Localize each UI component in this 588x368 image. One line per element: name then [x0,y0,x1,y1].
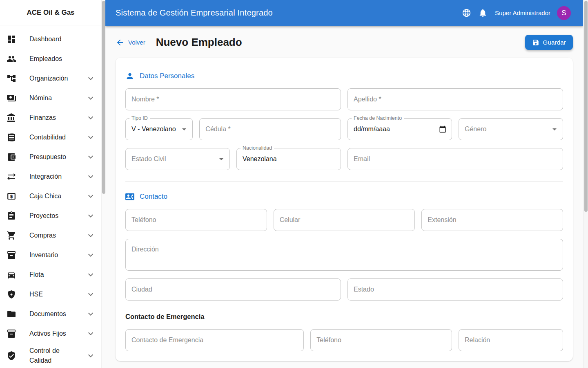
chevron-down-icon[interactable] [86,132,96,142]
emergency-heading: Contacto de Emergencia [125,313,563,321]
apellido-field[interactable]: Apellido * [347,88,563,110]
sidebar-item-label: Nómina [29,93,52,103]
sidebar-item-caja-chica[interactable]: $ Caja Chica [0,186,105,206]
extension-field[interactable]: Extensión [421,209,563,231]
sidebar-item-label: Caja Chica [29,191,61,201]
section-divider [125,181,563,182]
sidebar-item-dashboard[interactable]: Dashboard [0,29,105,49]
field-label: Género [465,126,486,133]
chevron-down-icon[interactable] [86,93,96,103]
globe-icon[interactable] [458,5,474,21]
org-tree-icon [7,74,16,83]
celular-field[interactable]: Celular [274,209,415,231]
email-field[interactable]: Email [347,148,563,170]
estado-field[interactable]: Estado [347,278,563,301]
sidebar-nav: Dashboard Empleados Organización Nómina … [0,25,105,368]
sidebar-item-presupuesto[interactable]: Presupuesto [0,147,105,167]
user-name: Super Administrador [495,9,550,16]
sidebar-item-finanzas[interactable]: Finanzas [0,108,105,128]
chevron-down-icon[interactable] [86,172,96,182]
sidebar-item-hse[interactable]: HSE [0,285,105,304]
dropdown-arrow-icon[interactable] [216,154,226,164]
estado-civil-select[interactable]: Estado Civil [125,148,230,170]
chevron-down-icon[interactable] [86,152,96,162]
company-name: ACE Oil & Gas [0,0,105,25]
ciudad-field[interactable]: Ciudad [125,278,341,301]
page-scrollbar[interactable] [583,0,588,368]
sidebar-item-label: Flota [29,270,44,280]
field-label: Nombre * [131,96,159,103]
chevron-down-icon[interactable] [86,191,96,201]
dropdown-arrow-icon[interactable] [550,124,559,134]
sidebar-item-contabilidad[interactable]: Contabilidad [0,128,105,147]
calendar-icon[interactable] [439,126,446,133]
nacionalidad-field[interactable]: Nacionalidad Venezolana [236,148,341,170]
cash-box-icon: $ [7,191,16,201]
fecha-nacimiento-field[interactable]: Fecha de Nacimiento dd/mm/aaaa [347,118,452,140]
clipboard-icon [7,211,16,221]
emergencia-grid: Contacto de Emergencia Teléfono Relación [125,329,563,351]
field-label: Cédula * [205,126,230,133]
bank-icon [7,113,16,123]
tipo-id-select[interactable]: Tipo ID V - Venezolano [125,118,193,140]
sidebar-scrollbar[interactable] [101,0,105,368]
chevron-down-icon[interactable] [86,329,96,339]
main-area: Sistema de Gestión Empresarial Integrado… [105,0,583,368]
nombre-field[interactable]: Nombre * [125,88,341,110]
chevron-down-icon[interactable] [86,351,96,361]
telefono-emergencia-field[interactable]: Teléfono [310,329,452,351]
sidebar-item-proyectos[interactable]: Proyectos [0,206,105,226]
field-label: Fecha de Nacimiento [352,115,404,121]
section-title: Contacto [140,193,167,201]
chevron-down-icon[interactable] [86,74,96,83]
field-label: Teléfono [131,216,156,224]
contacto-grid: Teléfono Celular Extensión Dirección Ciu… [125,209,563,301]
direccion-field[interactable]: Dirección [125,239,563,271]
sidebar-item-label: Proyectos [29,211,58,221]
dropdown-arrow-icon[interactable] [179,124,189,134]
chevron-down-icon[interactable] [86,211,96,221]
field-label: Relación [465,337,490,344]
sidebar-scrollbar-thumb[interactable] [102,1,105,194]
arrow-back-icon [116,38,128,47]
sidebar-item-integracion[interactable]: Integración [0,167,105,186]
sidebar-item-organizacion[interactable]: Organización [0,69,105,88]
back-button[interactable]: Volver [116,38,145,47]
sidebar-item-documentos[interactable]: Documentos [0,304,105,324]
field-label: Ciudad [131,286,152,293]
chevron-down-icon[interactable] [86,309,96,319]
bell-icon[interactable] [474,5,491,21]
contacto-emergencia-field[interactable]: Contacto de Emergencia [125,329,304,351]
field-label: Dirección [131,246,159,253]
chevron-down-icon[interactable] [86,270,96,280]
wallet-icon [7,152,16,162]
save-button[interactable]: Guardar [525,35,573,50]
save-label: Guardar [543,39,566,46]
page-scrollbar-thumb[interactable] [584,1,588,212]
sidebar-item-label: Activos Fijos [29,329,66,339]
sidebar-item-empleados[interactable]: Empleados [0,49,105,69]
sidebar-item-label: Contabilidad [29,132,66,142]
chevron-down-icon[interactable] [86,289,96,299]
back-label: Volver [128,39,145,46]
sidebar-item-inventario[interactable]: Inventario [0,245,105,265]
telefono-field[interactable]: Teléfono [125,209,267,231]
sidebar-item-compras[interactable]: Compras [0,226,105,245]
sidebar-item-control-calidad[interactable]: Control de Calidad [0,343,105,368]
relacion-field[interactable]: Relación [459,329,563,351]
field-label: Email [354,155,370,163]
field-label: Teléfono [316,337,341,344]
sidebar-item-flota[interactable]: Flota [0,265,105,285]
field-label: Tipo ID [129,115,150,121]
people-icon [7,54,16,64]
dashboard-icon [7,34,16,44]
genero-select[interactable]: Género [459,118,563,140]
chevron-down-icon[interactable] [86,113,96,123]
field-label: Celular [280,216,301,224]
cedula-field[interactable]: Cédula * [199,118,341,140]
sidebar-item-nomina[interactable]: Nómina [0,88,105,108]
chevron-down-icon[interactable] [86,231,96,240]
chevron-down-icon[interactable] [86,250,96,260]
sidebar-item-activos-fijos[interactable]: Activos Fijos [0,324,105,343]
avatar[interactable]: S [557,6,571,20]
